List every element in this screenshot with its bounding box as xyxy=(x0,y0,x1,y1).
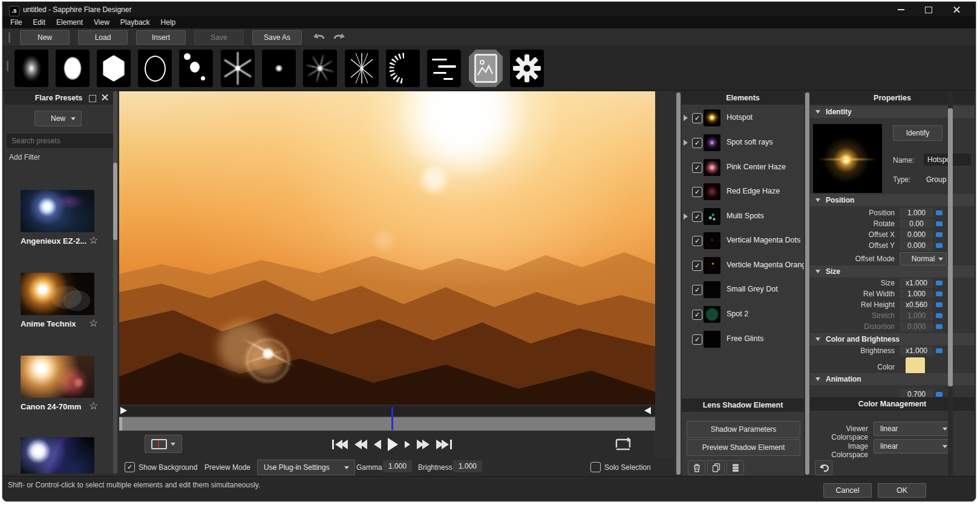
viewer-colorspace-dropdown[interactable]: linear xyxy=(874,421,952,436)
param-value[interactable]: 0.000 xyxy=(900,230,933,239)
add-filter-link[interactable]: Add Filter xyxy=(9,153,40,161)
preset-name[interactable]: Anime Technix xyxy=(21,319,88,328)
background-image-icon[interactable] xyxy=(469,50,503,87)
gamma-value[interactable]: 1.000 xyxy=(383,460,412,472)
element-row[interactable]: ✓ Red Edge Haze xyxy=(682,184,804,200)
flare-element-ring-icon[interactable] xyxy=(138,50,172,87)
keyframe-indicator[interactable] xyxy=(936,221,942,226)
param-value[interactable]: 1.000 xyxy=(900,208,933,218)
element-row[interactable]: ✓ Small Grey Dot xyxy=(682,282,804,298)
element-thumbnail[interactable] xyxy=(704,257,720,274)
element-visibility-checkbox[interactable]: ✓ xyxy=(692,236,702,246)
search-presets-input[interactable] xyxy=(7,134,113,148)
expander-icon[interactable] xyxy=(684,115,688,121)
element-visibility-checkbox[interactable]: ✓ xyxy=(692,334,702,345)
range-start-marker[interactable] xyxy=(120,407,127,414)
presets-scrollbar-thumb[interactable] xyxy=(113,163,117,240)
element-row[interactable]: ✓ Spot soft rays xyxy=(682,135,804,151)
element-row[interactable]: ✓ Multi Spots xyxy=(682,209,804,224)
insert-button[interactable]: Insert xyxy=(136,30,186,45)
param-value[interactable]: 0.00 xyxy=(900,219,933,229)
element-thumbnail[interactable] xyxy=(704,134,720,151)
element-visibility-checkbox[interactable]: ✓ xyxy=(692,187,702,197)
element-label[interactable]: Red Edge Haze xyxy=(727,187,780,195)
preset-name[interactable]: Canon 24-70mm xyxy=(21,402,88,411)
favorite-star-icon[interactable]: ☆ xyxy=(89,234,98,247)
properties-inner-scrollbar-thumb[interactable] xyxy=(948,108,953,386)
go-to-end-button[interactable] xyxy=(436,440,452,449)
keyframe-indicator[interactable] xyxy=(936,210,942,215)
menu-help[interactable]: Help xyxy=(157,17,180,28)
load-button[interactable]: Load xyxy=(78,30,128,45)
preset-thumbnail[interactable] xyxy=(21,273,94,315)
copy-element-button[interactable] xyxy=(707,460,725,475)
keyframe-indicator[interactable] xyxy=(936,324,942,329)
view-mode-dropdown[interactable] xyxy=(145,435,182,453)
element-label[interactable]: Pink Center Haze xyxy=(727,163,786,171)
playhead[interactable] xyxy=(391,407,393,430)
element-visibility-checkbox[interactable]: ✓ xyxy=(692,212,702,222)
keyframe-indicator[interactable] xyxy=(936,291,942,296)
maximize-button[interactable] xyxy=(918,3,939,16)
timeline-scrubber[interactable] xyxy=(119,417,655,431)
loop-playback-icon[interactable] xyxy=(614,436,632,451)
offset-mode-dropdown[interactable]: Normal xyxy=(900,252,947,265)
keyframe-indicator[interactable] xyxy=(936,281,942,285)
keyframe-indicator[interactable] xyxy=(936,392,942,397)
expander-icon[interactable] xyxy=(684,140,688,146)
save-as-button[interactable]: Save As xyxy=(252,30,302,45)
reset-properties-button[interactable] xyxy=(815,460,832,475)
element-row[interactable]: ✓ Vertical Magenta Dots xyxy=(682,233,804,249)
identify-button[interactable]: Identify xyxy=(893,125,942,141)
preset-thumbnail[interactable] xyxy=(21,356,94,398)
preset-thumbnail[interactable] xyxy=(21,437,94,473)
element-thumbnail[interactable] xyxy=(704,306,720,323)
flare-preview-viewport[interactable] xyxy=(119,91,655,405)
ok-button[interactable]: OK xyxy=(878,483,926,498)
step-back-button[interactable] xyxy=(374,440,381,449)
fast-rewind-button[interactable] xyxy=(354,440,367,449)
element-row[interactable]: ✓ Spot 2 xyxy=(682,307,804,322)
flare-element-soft-rays-icon[interactable] xyxy=(303,50,337,87)
element-row[interactable]: ✓ Hotspot xyxy=(682,110,804,126)
element-label[interactable]: Hotspot xyxy=(727,113,753,122)
element-thumbnail[interactable] xyxy=(704,331,720,348)
element-visibility-checkbox[interactable]: ✓ xyxy=(692,261,702,271)
go-to-start-button[interactable] xyxy=(332,440,348,449)
param-value[interactable]: x1.000 xyxy=(900,346,933,356)
element-row[interactable]: ✓ Verticle Magenta Orange ... xyxy=(682,258,804,273)
element-label[interactable]: Spot soft rays xyxy=(727,138,773,146)
close-button[interactable] xyxy=(946,3,967,16)
element-name-field[interactable] xyxy=(924,154,971,166)
element-row[interactable]: ✓ Free Glints xyxy=(682,331,804,347)
element-visibility-checkbox[interactable]: ✓ xyxy=(692,310,702,320)
flare-element-glow-icon[interactable] xyxy=(15,50,48,87)
preset-new-dropdown[interactable]: New xyxy=(34,111,82,126)
presets-scrollbar-track[interactable] xyxy=(113,91,117,473)
flare-element-circle-icon[interactable] xyxy=(56,50,90,87)
element-thumbnail[interactable] xyxy=(704,183,720,200)
element-label[interactable]: Verticle Magenta Orange ... xyxy=(727,261,804,269)
element-thumbnail[interactable] xyxy=(704,232,720,249)
element-row[interactable]: ✓ Pink Center Haze xyxy=(682,160,804,175)
expander-icon[interactable] xyxy=(684,213,688,220)
iconbar-grip[interactable] xyxy=(7,60,8,71)
element-thumbnail[interactable] xyxy=(704,281,720,298)
menu-playback[interactable]: Playback xyxy=(116,17,154,28)
minimize-button[interactable] xyxy=(890,3,911,16)
properties-scrollbar[interactable] xyxy=(805,93,809,475)
range-end-marker[interactable] xyxy=(644,407,651,414)
flare-element-star-glint-icon[interactable] xyxy=(221,50,255,87)
favorite-star-icon[interactable]: ☆ xyxy=(89,400,98,412)
param-value[interactable]: 0.700 xyxy=(900,389,933,397)
element-label[interactable]: Multi Spots xyxy=(727,212,764,220)
keyframe-indicator[interactable] xyxy=(936,232,942,237)
keyframe-indicator[interactable] xyxy=(936,302,942,307)
param-value[interactable]: x0.560 xyxy=(900,300,933,310)
element-thumbnail[interactable] xyxy=(704,109,720,126)
flare-element-spike-glints-icon[interactable] xyxy=(345,50,379,87)
element-visibility-checkbox[interactable]: ✓ xyxy=(692,163,702,173)
save-button[interactable]: Save xyxy=(194,30,244,45)
element-thumbnail[interactable] xyxy=(704,159,720,176)
preset-name[interactable]: Angenieux EZ-2... xyxy=(21,236,88,246)
